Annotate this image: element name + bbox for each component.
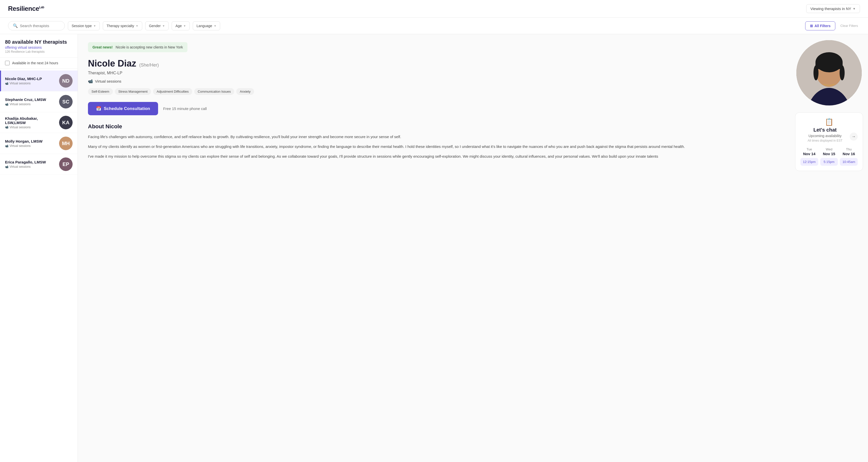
clear-filters-button[interactable]: Clear Filters — [838, 23, 860, 29]
chevron-down-icon: ▼ — [162, 24, 165, 27]
svg-rect-7 — [815, 62, 843, 69]
therapist-title: Therapist, MHC-LP — [88, 71, 780, 75]
specialty-tags: Self-EsteemStress ManagementAdjustment D… — [88, 88, 780, 95]
next-availability-button[interactable]: → — [850, 133, 858, 141]
therapist-info: Nicole Diaz, MHC-LP 📹 Virtual sessions — [5, 76, 42, 85]
gender-dropdown[interactable]: Gender ▼ — [145, 21, 169, 30]
sidebar: 80 available NY therapists offering virt… — [0, 34, 78, 462]
therapist-list: Nicole Diaz, MHC-LP 📹 Virtual sessions N… — [0, 71, 78, 175]
video-icon: 📹 — [5, 126, 8, 129]
session-type-label: Virtual sessions — [95, 79, 121, 84]
video-icon: 📹 — [5, 144, 8, 147]
specialty-tag: Stress Management — [115, 88, 151, 95]
app-logo: ResilienceLab — [8, 5, 44, 12]
therapist-item-name: Erica Paragallo, LMSW — [5, 160, 46, 164]
specialty-tag: Anxiety — [236, 88, 254, 95]
calendar-icon: 📅 — [96, 106, 101, 111]
availability-filter: Available in the next 24 hours — [0, 58, 78, 69]
right-panel: 📋 Let's chat Upcoming availability All t… — [790, 34, 868, 462]
search-icon: 🔍 — [13, 23, 18, 28]
session-type: Virtual sessions — [9, 144, 31, 147]
chat-subtitle: Upcoming availability — [800, 134, 850, 138]
therapist-list-item[interactable]: Erica Paragallo, LMSW 📹 Virtual sessions… — [0, 154, 78, 175]
chat-timezone: All times displayed in EST — [800, 139, 850, 142]
therapist-count: 80 available NY therapists — [5, 39, 73, 45]
app-header: ResilienceLab Viewing therapists in NY ▼ — [0, 0, 868, 18]
time-slot[interactable]: 5:15pm — [820, 158, 838, 166]
therapist-item-name: Nicole Diaz, MHC-LP — [5, 76, 42, 81]
specialty-tag: Communication Issues — [194, 88, 235, 95]
therapist-name-row: Nicole Diaz (She/Her) — [88, 58, 780, 69]
schedule-row: 📅 Schedule Consultation Free 15 minute p… — [88, 102, 780, 115]
therapist-info: Khadija Abubakar, LSW,LMSW 📹 Virtual ses… — [5, 116, 59, 129]
time-slot[interactable]: 12:15pm — [800, 158, 818, 166]
session-type-dropdown[interactable]: Session type ▼ — [68, 21, 100, 30]
therapist-info: Molly Horgan, LMSW 📹 Virtual sessions — [5, 139, 42, 147]
video-icon: 📹 — [88, 79, 93, 84]
therapist-list-item[interactable]: Khadija Abubakar, LSW,LMSW 📹 Virtual ses… — [0, 112, 78, 133]
age-dropdown[interactable]: Age ▼ — [172, 21, 190, 30]
avatar: MH — [59, 137, 73, 150]
session-type: Virtual sessions — [9, 126, 31, 129]
chevron-down-icon: ▼ — [93, 24, 96, 27]
therapist-item-name: Stephanie Cruz, LMSW — [5, 97, 46, 102]
therapist-list-item[interactable]: Stephanie Cruz, LMSW 📹 Virtual sessions … — [0, 91, 78, 112]
filter-bar: 🔍 Session type ▼ Therapy specialty ▼ Gen… — [0, 18, 868, 34]
therapist-pronouns: (She/Her) — [139, 63, 159, 68]
chat-card: 📋 Let's chat Upcoming availability All t… — [795, 112, 863, 171]
all-filters-button[interactable]: ⊞ All Filters — [805, 21, 835, 30]
location-selector[interactable]: Viewing therapists in NY ▼ — [806, 4, 860, 13]
free-call-label: Free 15 minute phone call — [163, 106, 207, 111]
notice-strong: Great news! — [92, 45, 113, 49]
chat-card-header: Let's chat Upcoming availability All tim… — [800, 127, 858, 146]
dates-row: Tue Nov 14 12:15pm Wed Nov 15 5:15pm Thu… — [800, 147, 858, 166]
about-section: About Nicole Facing life's challenges wi… — [88, 123, 780, 159]
search-input[interactable] — [20, 24, 60, 28]
offering-label: offering virtual sessions — [5, 45, 73, 50]
about-title: About Nicole — [88, 123, 780, 130]
therapist-name: Nicole Diaz — [88, 58, 136, 69]
calendar-card-icon: 📋 — [800, 118, 858, 126]
day-name: Tue — [800, 147, 818, 151]
therapist-photo — [796, 40, 862, 105]
therapist-list-item[interactable]: Molly Horgan, LMSW 📹 Virtual sessions MH — [0, 133, 78, 154]
avatar: SC — [59, 95, 73, 108]
language-dropdown[interactable]: Language ▼ — [193, 21, 220, 30]
availability-date-column: Thu Nov 16 10:45am — [840, 147, 858, 166]
therapist-item-name: Khadija Abubakar, LSW,LMSW — [5, 116, 59, 125]
main-content: 80 available NY therapists offering virt… — [0, 34, 868, 462]
notice-banner: Great news! Nicole is accepting new clie… — [88, 42, 187, 52]
session-type: Virtual sessions — [9, 81, 31, 85]
schedule-consultation-button[interactable]: 📅 Schedule Consultation — [88, 102, 158, 115]
availability-label[interactable]: Available in the next 24 hours — [12, 61, 58, 65]
chevron-down-icon: ▼ — [136, 24, 138, 27]
therapy-specialty-dropdown[interactable]: Therapy specialty ▼ — [103, 21, 142, 30]
day-name: Wed — [820, 147, 838, 151]
search-box: 🔍 — [8, 21, 65, 30]
chat-title: Let's chat — [800, 127, 850, 133]
therapist-info: Stephanie Cruz, LMSW 📹 Virtual sessions — [5, 97, 46, 106]
availability-checkbox[interactable] — [5, 61, 9, 65]
therapist-list-item[interactable]: Nicole Diaz, MHC-LP 📹 Virtual sessions N… — [0, 71, 78, 91]
specialty-tag: Self-Esteem — [88, 88, 113, 95]
video-icon: 📹 — [5, 165, 8, 168]
specialty-tag: Adjustment Difficulties — [153, 88, 192, 95]
date-number: Nov 15 — [820, 152, 838, 156]
therapist-item-name: Molly Horgan, LMSW — [5, 139, 42, 143]
sidebar-header: 80 available NY therapists offering virt… — [0, 39, 78, 58]
video-icon: 📹 — [5, 82, 8, 85]
notice-text: Nicole is accepting new clients in New Y… — [116, 45, 183, 49]
video-icon: 📹 — [5, 103, 8, 106]
availability-date-column: Wed Nov 15 5:15pm — [820, 147, 838, 166]
about-paragraph-1: Facing life's challenges with autonomy, … — [88, 134, 780, 140]
availability-date-column: Tue Nov 14 12:15pm — [800, 147, 818, 166]
avatar: EP — [59, 158, 73, 171]
time-slot[interactable]: 10:45am — [840, 158, 858, 166]
chevron-down-icon: ▼ — [853, 7, 856, 10]
session-type-row: 📹 Virtual sessions — [88, 79, 780, 84]
avatar: ND — [59, 74, 73, 88]
about-paragraph-2: Many of my clients identify as women or … — [88, 144, 780, 150]
detail-panel: Great news! Nicole is accepting new clie… — [78, 34, 790, 462]
date-number: Nov 14 — [800, 152, 818, 156]
chevron-down-icon: ▼ — [183, 24, 186, 27]
